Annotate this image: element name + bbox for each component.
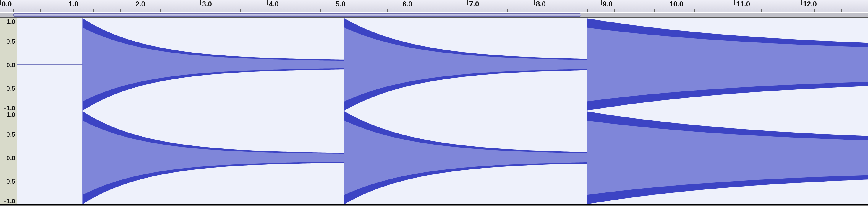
timeline-tick-label: 5.0 — [336, 0, 345, 8]
amplitude-tick-label: 0.0 — [6, 61, 16, 69]
timeline-ruler[interactable]: 0.01.02.03.04.05.06.07.08.09.010.011.012… — [0, 0, 868, 12]
waveform-display[interactable] — [17, 111, 868, 204]
timeline-tick-label: 1.0 — [69, 0, 79, 8]
amplitude-tick-label: 1.0 — [6, 18, 16, 26]
selection-bar[interactable] — [0, 12, 868, 18]
timeline-tick-label: 7.0 — [469, 0, 479, 8]
waveform-display[interactable] — [17, 18, 868, 111]
amplitude-tick-label: 1.0 — [6, 111, 16, 118]
audio-track[interactable]: 1.00.50.0-0.5-1.0 — [0, 18, 868, 111]
amplitude-tick-label: 0.0 — [6, 154, 16, 162]
amplitude-ruler[interactable]: 1.00.50.0-0.5-1.0 — [0, 111, 17, 204]
timeline-tick-label: 3.0 — [202, 0, 212, 8]
timeline-selection[interactable] — [13, 13, 581, 16]
timeline-tick-label: 4.0 — [269, 0, 278, 8]
timeline-tick-label: 6.0 — [402, 0, 412, 8]
waveform-svg — [17, 111, 868, 204]
amplitude-tick-label: 0.5 — [6, 38, 16, 45]
timeline-tick-label: 2.0 — [135, 0, 145, 8]
amplitude-ruler[interactable]: 1.00.50.0-0.5-1.0 — [0, 18, 17, 111]
amplitude-tick-label: -1.0 — [4, 198, 16, 205]
amplitude-tick-label: 0.5 — [6, 131, 16, 138]
timeline-tick-label: 8.0 — [536, 0, 546, 8]
waveform-svg — [17, 18, 868, 111]
timeline-tick-label: 12.0 — [803, 0, 817, 8]
timeline-tick-label: 11.0 — [736, 0, 750, 8]
amplitude-tick-label: -0.5 — [4, 178, 16, 185]
timeline-tick-label: 0.0 — [2, 0, 11, 8]
amplitude-tick-label: -0.5 — [4, 85, 16, 92]
audio-track[interactable]: 1.00.50.0-0.5-1.0 — [0, 111, 868, 205]
timeline-tick-label: 10.0 — [669, 0, 683, 8]
timeline-tick-label: 9.0 — [603, 0, 613, 8]
